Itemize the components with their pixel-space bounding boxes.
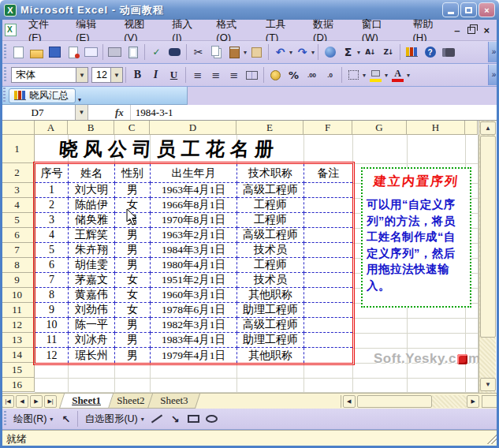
print-button[interactable] [106, 44, 124, 61]
table-cell[interactable]: 胡佳雯 [69, 258, 115, 273]
name-box-dropdown[interactable]: ▼ [76, 105, 88, 120]
column-header-C[interactable]: C [114, 121, 150, 135]
table-cell[interactable]: 女 [115, 273, 151, 288]
table-cell[interactable]: 3 [35, 213, 69, 228]
oval-button[interactable] [203, 411, 221, 427]
format-painter-button[interactable] [248, 44, 266, 61]
sort-descending-button[interactable]: Z↓ [379, 44, 397, 61]
chevron-down-icon[interactable]: ▼ [110, 68, 122, 82]
table-cell[interactable]: 11 [35, 333, 69, 348]
table-cell[interactable] [304, 303, 352, 318]
bold-button[interactable]: B [128, 67, 147, 84]
autoshapes-menu-button[interactable]: 自选图形(U)▾ [80, 411, 147, 427]
horizontal-scroll-track[interactable] [432, 395, 467, 408]
workbook-close-button[interactable]: × [483, 25, 490, 35]
table-cell[interactable]: 1951年2月1日 [151, 273, 237, 288]
dropdown-arrow-icon[interactable]: ▾ [357, 49, 360, 56]
table-cell[interactable]: 刘劲伟 [69, 303, 115, 318]
table-cell[interactable]: 刘大明 [69, 183, 115, 198]
dropdown-arrow-icon[interactable]: ▾ [363, 72, 366, 79]
table-cell[interactable]: 1982年3月1日 [151, 318, 237, 333]
column-header-F[interactable]: F [303, 121, 352, 135]
table-header-cell[interactable]: 序号 [35, 164, 69, 183]
column-header-H[interactable]: H [407, 121, 465, 135]
dropdown-arrow-icon[interactable]: ▾ [407, 72, 410, 79]
table-cell[interactable]: 9 [35, 303, 69, 318]
table-cell[interactable]: 男 [115, 318, 151, 333]
tab-nav-last-button[interactable]: ▶| [44, 395, 57, 408]
table-cell[interactable]: 朱卉翔 [69, 243, 115, 258]
workbook-restore-button[interactable] [467, 27, 475, 34]
table-cell[interactable]: 男 [115, 348, 151, 363]
table-cell[interactable]: 1980年4月1日 [151, 258, 237, 273]
column-header-partial[interactable] [465, 121, 478, 135]
table-cell[interactable] [304, 348, 352, 363]
undo-button[interactable]: ↶▾ [271, 44, 293, 61]
table-header-cell[interactable]: 出生年月 [151, 164, 237, 183]
toolbar-grip[interactable] [4, 44, 6, 60]
table-cell[interactable]: 女 [115, 303, 151, 318]
table-cell[interactable]: 刘冰舟 [69, 333, 115, 348]
workbook-minimize-button[interactable]: – [454, 25, 460, 35]
toolbar-options-chevron[interactable]: ▾ [78, 96, 81, 104]
table-cell[interactable] [304, 258, 352, 273]
row-header-9[interactable]: 9 [0, 273, 35, 288]
paste-button[interactable]: ▾ [225, 44, 248, 61]
copy-button[interactable] [207, 44, 225, 61]
camera-button[interactable] [439, 44, 457, 61]
table-cell[interactable]: 王辉笑 [69, 228, 115, 243]
font-name-select[interactable]: 宋体▼ [11, 67, 88, 83]
row-header-10[interactable]: 10 [0, 288, 35, 303]
line-button[interactable] [148, 411, 166, 427]
increase-decimal-button[interactable]: .00 [303, 67, 321, 84]
sheet-title-cell[interactable]: 晓风公司员工花名册 [34, 135, 305, 163]
employee-table[interactable]: 序号姓名性别出生年月技术职称备注1刘大明男1963年4月1日高级工程师2陈皓伊女… [35, 163, 353, 364]
table-cell[interactable]: 其他职称 [237, 348, 304, 363]
table-cell[interactable]: 工程师 [237, 198, 304, 213]
font-size-select[interactable]: 12▼ [91, 67, 123, 83]
table-cell[interactable]: 1963年4月1日 [151, 183, 237, 198]
save-button[interactable] [46, 44, 64, 61]
table-cell[interactable]: 5 [35, 243, 69, 258]
redo-button[interactable]: ↷▾ [293, 44, 315, 61]
tab-nav-next-button[interactable]: ▶ [30, 395, 43, 408]
tab-nav-previous-button[interactable]: ◀ [16, 395, 28, 408]
column-header-E[interactable]: E [236, 121, 303, 135]
table-cell[interactable]: 工程师 [237, 213, 304, 228]
help-button[interactable]: ? [421, 44, 439, 61]
vertical-scrollbar[interactable]: ▲ ▼ [479, 121, 496, 393]
table-cell[interactable]: 1978年6月1日 [151, 303, 237, 318]
align-right-button[interactable]: ≡ [225, 67, 243, 84]
table-cell[interactable] [304, 273, 352, 288]
font-color-button[interactable]: A▾ [389, 67, 411, 84]
table-cell[interactable]: 8 [35, 288, 69, 303]
row-header-15[interactable]: 15 [0, 363, 35, 378]
sort-ascending-button[interactable]: A↓ [361, 44, 379, 61]
table-header-cell[interactable]: 备注 [304, 164, 352, 183]
borders-button[interactable]: ▾ [344, 67, 367, 84]
chevron-down-icon[interactable]: ▼ [76, 68, 88, 82]
table-cell[interactable]: 工程师 [237, 258, 304, 273]
table-cell[interactable] [304, 198, 352, 213]
table-cell[interactable]: 陈皓伊 [69, 198, 115, 213]
arrow-button[interactable]: ↘ [166, 411, 184, 427]
toolbar-grip[interactable] [4, 411, 6, 427]
table-cell[interactable]: 1963年2月1日 [151, 228, 237, 243]
row-header-14[interactable]: 14 [0, 348, 35, 363]
table-cell[interactable]: 女 [115, 288, 151, 303]
table-cell[interactable]: 1983年4月1日 [151, 333, 237, 348]
dropdown-arrow-icon[interactable]: ▾ [289, 49, 292, 56]
research-button[interactable] [166, 44, 184, 61]
column-header-B[interactable]: B [68, 121, 114, 135]
percent-button[interactable]: % [285, 67, 303, 84]
cut-button[interactable]: ✂ [189, 44, 207, 61]
table-cell[interactable]: 12 [35, 348, 69, 363]
table-cell[interactable]: 男 [115, 258, 151, 273]
horizontal-scroll-thumb[interactable] [357, 395, 433, 408]
table-cell[interactable] [304, 288, 352, 303]
table-cell[interactable] [304, 318, 352, 333]
table-cell[interactable]: 2 [35, 198, 69, 213]
rectangle-button[interactable] [184, 411, 203, 427]
permission-button[interactable] [64, 44, 82, 61]
new-document-button[interactable] [9, 44, 28, 61]
